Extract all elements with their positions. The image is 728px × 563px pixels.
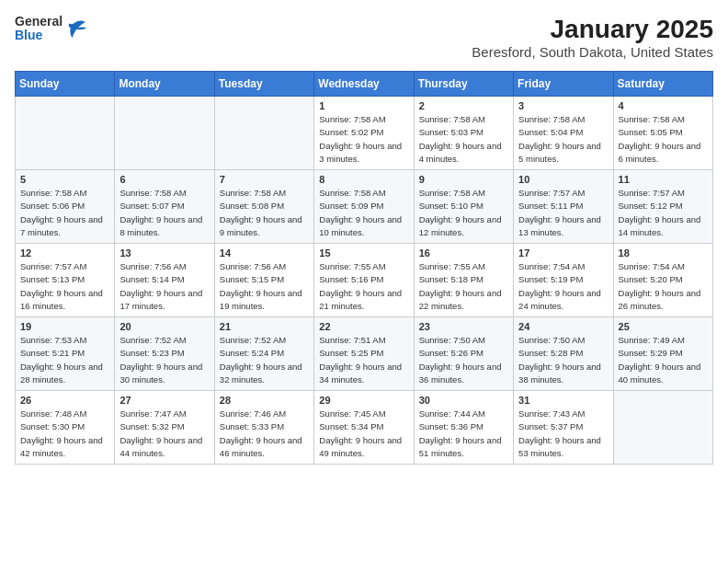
day-number: 27 [119,395,209,406]
daylight-text: Daylight: 9 hours and 46 minutes. [220,435,302,458]
logo-bird-icon [66,17,88,40]
calendar-cell: 4Sunrise: 7:58 AMSunset: 5:05 PMDaylight… [613,97,712,170]
sunrise-text: Sunrise: 7:58 AM [419,114,485,124]
calendar-week-row: 12Sunrise: 7:57 AMSunset: 5:13 PMDayligh… [16,244,713,317]
day-info: Sunrise: 7:48 AMSunset: 5:30 PMDaylight:… [20,408,109,460]
day-info: Sunrise: 7:54 AMSunset: 5:19 PMDaylight:… [518,260,608,313]
calendar-cell: 9Sunrise: 7:58 AMSunset: 5:10 PMDaylight… [414,170,513,244]
page-title: January 2025 [472,15,713,44]
sunset-text: Sunset: 5:20 PM [619,274,683,284]
day-number: 28 [220,395,309,406]
sunset-text: Sunset: 5:23 PM [119,348,184,358]
sunrise-text: Sunrise: 7:55 AM [319,261,385,271]
sunrise-text: Sunrise: 7:53 AM [20,335,86,345]
day-info: Sunrise: 7:57 AMSunset: 5:11 PMDaylight:… [518,187,608,239]
calendar-cell: 26Sunrise: 7:48 AMSunset: 5:30 PMDayligh… [16,391,115,465]
day-info: Sunrise: 7:50 AMSunset: 5:26 PMDaylight:… [419,334,508,386]
weekday-header-wednesday: Wednesday [314,72,414,97]
logo-blue: Blue [15,29,63,42]
sunrise-text: Sunrise: 7:56 AM [220,261,286,271]
calendar-cell: 7Sunrise: 7:58 AMSunset: 5:08 PMDaylight… [214,170,313,244]
daylight-text: Daylight: 9 hours and 42 minutes. [20,435,103,458]
sunset-text: Sunset: 5:04 PM [518,127,583,137]
daylight-text: Daylight: 9 hours and 12 minutes. [419,214,502,237]
calendar-cell [613,391,712,465]
sunrise-text: Sunrise: 7:58 AM [319,188,385,198]
title-block: January 2025 Beresford, South Dakota, Un… [472,15,713,60]
day-info: Sunrise: 7:44 AMSunset: 5:36 PMDaylight:… [419,408,508,460]
day-number: 21 [220,321,309,332]
daylight-text: Daylight: 9 hours and 34 minutes. [319,362,402,385]
sunrise-text: Sunrise: 7:43 AM [518,408,585,419]
day-number: 2 [419,100,508,111]
calendar-cell: 20Sunrise: 7:52 AMSunset: 5:23 PMDayligh… [115,317,214,391]
sunset-text: Sunset: 5:16 PM [319,274,383,284]
daylight-text: Daylight: 9 hours and 4 minutes. [419,141,502,164]
day-info: Sunrise: 7:58 AMSunset: 5:04 PMDaylight:… [518,113,608,166]
calendar-week-row: 5Sunrise: 7:58 AMSunset: 5:06 PMDaylight… [16,170,713,244]
sunset-text: Sunset: 5:05 PM [619,127,683,137]
day-info: Sunrise: 7:47 AMSunset: 5:32 PMDaylight:… [119,408,209,460]
day-info: Sunrise: 7:52 AMSunset: 5:24 PMDaylight:… [220,334,309,386]
calendar-cell: 6Sunrise: 7:58 AMSunset: 5:07 PMDaylight… [115,170,214,244]
day-number: 15 [319,247,408,259]
daylight-text: Daylight: 9 hours and 8 minutes. [119,214,202,237]
daylight-text: Daylight: 9 hours and 24 minutes. [518,288,601,311]
daylight-text: Daylight: 9 hours and 16 minutes. [20,288,103,311]
weekday-header-thursday: Thursday [414,72,513,97]
daylight-text: Daylight: 9 hours and 10 minutes. [319,214,402,237]
sunrise-text: Sunrise: 7:45 AM [319,408,385,419]
calendar-cell: 1Sunrise: 7:58 AMSunset: 5:02 PMDaylight… [314,97,414,170]
day-info: Sunrise: 7:58 AMSunset: 5:02 PMDaylight:… [319,113,408,166]
calendar-cell: 8Sunrise: 7:58 AMSunset: 5:09 PMDaylight… [314,170,414,244]
day-number: 10 [518,174,608,185]
day-info: Sunrise: 7:56 AMSunset: 5:15 PMDaylight:… [220,260,309,313]
sunset-text: Sunset: 5:21 PM [20,348,85,358]
day-number: 9 [419,174,508,185]
calendar-cell: 23Sunrise: 7:50 AMSunset: 5:26 PMDayligh… [414,317,513,391]
day-number: 20 [119,321,209,332]
calendar-cell: 24Sunrise: 7:50 AMSunset: 5:28 PMDayligh… [514,317,613,391]
calendar-cell: 14Sunrise: 7:56 AMSunset: 5:15 PMDayligh… [214,244,313,317]
daylight-text: Daylight: 9 hours and 49 minutes. [319,435,402,458]
sunset-text: Sunset: 5:30 PM [20,421,85,431]
day-info: Sunrise: 7:58 AMSunset: 5:07 PMDaylight:… [119,187,209,239]
sunrise-text: Sunrise: 7:46 AM [220,408,286,419]
sunset-text: Sunset: 5:11 PM [518,201,583,211]
sunset-text: Sunset: 5:32 PM [119,421,184,431]
sunset-text: Sunset: 5:37 PM [518,421,583,431]
day-number: 13 [119,247,209,259]
daylight-text: Daylight: 9 hours and 6 minutes. [619,141,701,164]
logo: General Blue [15,15,88,43]
day-info: Sunrise: 7:43 AMSunset: 5:37 PMDaylight:… [518,408,608,460]
daylight-text: Daylight: 9 hours and 22 minutes. [419,288,502,311]
weekday-header-monday: Monday [115,72,214,97]
day-number: 17 [518,247,608,259]
day-info: Sunrise: 7:58 AMSunset: 5:09 PMDaylight:… [319,187,408,239]
weekday-header-row: SundayMondayTuesdayWednesdayThursdayFrid… [16,72,713,97]
sunset-text: Sunset: 5:09 PM [319,201,383,211]
calendar-cell: 2Sunrise: 7:58 AMSunset: 5:03 PMDaylight… [414,97,513,170]
daylight-text: Daylight: 9 hours and 13 minutes. [518,214,601,237]
calendar-cell: 15Sunrise: 7:55 AMSunset: 5:16 PMDayligh… [314,244,414,317]
day-number: 18 [619,247,708,259]
calendar-cell: 22Sunrise: 7:51 AMSunset: 5:25 PMDayligh… [314,317,414,391]
sunrise-text: Sunrise: 7:58 AM [319,114,385,124]
daylight-text: Daylight: 9 hours and 17 minutes. [119,288,202,311]
day-info: Sunrise: 7:46 AMSunset: 5:33 PMDaylight:… [220,408,309,460]
daylight-text: Daylight: 9 hours and 19 minutes. [220,288,302,311]
day-number: 26 [20,395,109,406]
calendar-week-row: 26Sunrise: 7:48 AMSunset: 5:30 PMDayligh… [16,391,713,465]
sunset-text: Sunset: 5:36 PM [419,421,483,431]
logo-general: General [15,15,63,29]
sunset-text: Sunset: 5:25 PM [319,348,383,358]
daylight-text: Daylight: 9 hours and 53 minutes. [518,435,601,458]
daylight-text: Daylight: 9 hours and 30 minutes. [119,362,202,385]
calendar-table: SundayMondayTuesdayWednesdayThursdayFrid… [15,71,713,465]
daylight-text: Daylight: 9 hours and 40 minutes. [619,362,701,385]
daylight-text: Daylight: 9 hours and 28 minutes. [20,362,103,385]
calendar-cell: 18Sunrise: 7:54 AMSunset: 5:20 PMDayligh… [613,244,712,317]
day-number: 23 [419,321,508,332]
calendar-cell: 21Sunrise: 7:52 AMSunset: 5:24 PMDayligh… [214,317,313,391]
day-number: 19 [20,321,109,332]
